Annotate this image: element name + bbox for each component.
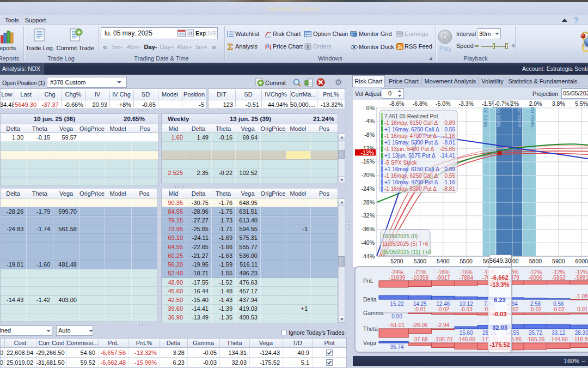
svg-text:7,461.05 Realized PnL: 7,461.05 Realized PnL [384,113,440,119]
svg-text:-16%: -16% [361,158,375,165]
svg-text:-118.89: -118.89 [573,336,588,342]
svg-text:-5881: -5881 [574,275,588,281]
svg-text:35.72: 35.72 [529,330,542,336]
svg-text:5.5%: 5.5% [575,100,588,107]
svg-text:-2.94: -2.94 [437,322,449,328]
svg-text:5300: 5300 [414,258,427,264]
svg-text:-3.3%: -3.3% [458,100,473,107]
svg-text:28.30: 28.30 [575,330,588,336]
svg-text:5802.03: 5802.03 [529,107,535,127]
svg-text:-44%: -44% [361,253,375,260]
svg-text:-7884: -7884 [459,275,473,281]
svg-text:+1 16may. 4700 Put Δ: +1 16may. 4700 Put Δ [384,179,438,185]
svg-text:-1.16: -1.16 [443,133,455,139]
svg-text:-0.01: -0.01 [414,306,426,312]
svg-text:Theta: Theta [363,325,378,332]
svg-text:-1 16may. 4700 Put Δ: -1 16may. 4700 Put Δ [384,133,437,139]
svg-text:-6.8%: -6.8% [413,100,427,107]
svg-text:5900: 5900 [552,258,565,264]
svg-text:5500: 5500 [460,258,473,264]
svg-text:+1 13jun. 5175 Put Δ: +1 13jun. 5175 Put Δ [384,153,436,159]
svg-text:-0.03: -0.03 [460,306,473,312]
svg-text:+1 16may. 5300 Put Δ: +1 16may. 5300 Put Δ [384,140,438,146]
svg-text:16/05/2025 (0): 16/05/2025 (0) [382,233,418,239]
svg-text:-4%: -4% [364,118,375,124]
svg-text:-8%: -8% [364,131,375,138]
svg-text:0.55: 0.55 [445,173,456,179]
svg-text:Delta: Delta [363,296,377,303]
svg-text:-9017: -9017 [436,275,450,281]
svg-text:-1.08: -1.08 [575,293,588,299]
svg-text:-0.01: -0.01 [575,306,588,312]
svg-text:0.89: 0.89 [445,166,456,172]
svg-text:-1 13jun. 5400 Put Δ: -1 13jun. 5400 Put Δ [384,146,434,152]
svg-text:+1 16may. 6150 Call Δ: +1 16may. 6150 Call Δ [384,166,439,172]
svg-text:0%: 0% [366,105,375,111]
svg-text:PnL: PnL [363,277,373,284]
svg-text:-32%: -32% [361,212,375,219]
svg-text:-8.81: -8.81 [443,186,455,192]
svg-text:-165.36: -165.36 [526,336,544,342]
svg-text:-100.70: -100.70 [434,336,452,342]
svg-text:-28%: -28% [361,199,375,206]
svg-text:6000: 6000 [575,258,588,264]
svg-text:-26.06: -26.06 [412,322,428,328]
svg-text:-36%: -36% [361,226,375,232]
svg-text:-144.60: -144.60 [549,336,568,342]
svg-text:-20%: -20% [361,172,375,178]
svg-text:-40%: -40% [361,239,375,246]
svg-text:-6006: -6006 [529,275,543,281]
svg-text:35.74: 35.74 [390,344,403,350]
svg-text:0.55: 0.55 [445,126,456,132]
svg-text:5571.31: 5571.31 [482,107,488,127]
svg-text:Vega: Vega [363,340,376,346]
svg-text:33.12: 33.12 [552,330,565,336]
svg-text:-51.01: -51.01 [389,322,405,328]
svg-text:-5852: -5852 [552,275,566,281]
svg-text:3.8%: 3.8% [552,100,565,107]
svg-text:05/05/2025 (11) T+0: 05/05/2025 (11) T+0 [382,249,431,255]
svg-text:-24%: -24% [361,185,375,192]
svg-text:5400: 5400 [437,258,450,264]
svg-text:$: $ [307,44,309,50]
svg-text:-0.7%: -0.7% [494,100,509,107]
svg-text:-146.05: -146.05 [457,336,475,342]
svg-text:-10358: -10358 [412,275,429,281]
svg-text:5200: 5200 [390,258,403,264]
svg-text:-5.0%: -5.0% [436,100,450,107]
svg-text:5800: 5800 [529,258,542,264]
svg-text:-1.16: -1.16 [443,179,455,185]
svg-text:-13%: -13% [360,149,374,156]
svg-text:-0.02: -0.02 [437,306,449,312]
svg-text:-0.02: -0.02 [529,306,542,312]
svg-text:-11839: -11839 [389,275,406,281]
svg-text:-14.41: -14.41 [440,153,456,159]
svg-text:-1 16may. 6250 Call Δ: -1 16may. 6250 Call Δ [384,173,438,179]
svg-text:-37.68: -37.68 [412,336,428,342]
svg-text:0.89: 0.89 [445,120,456,126]
svg-text:5744.35: 5744.35 [516,107,522,127]
svg-text:-8.6%: -8.6% [389,100,404,107]
svg-text:5628.99: 5628.99 [495,107,501,127]
svg-text:-8.81: -8.81 [443,140,455,146]
svg-text:-0.02: -0.02 [552,306,565,312]
svg-text:15.22: 15.22 [390,301,403,307]
svg-text:15.60: 15.60 [460,330,473,336]
svg-text:-25.65: -25.65 [440,146,456,152]
svg-text:-1 16may. 5300 Put Δ: -1 16may. 5300 Put Δ [384,186,437,192]
svg-text:-1 16may. 6150 Call Δ: -1 16may. 6150 Call Δ [384,120,438,126]
svg-text:11/05/2025 (5) T+6: 11/05/2025 (5) T+6 [382,241,428,247]
svg-text:-5 SPX Stock: -5 SPX Stock [384,160,417,166]
svg-text:2.0%: 2.0% [529,100,542,107]
svg-text:0.00: 0.00 [391,313,402,319]
svg-text:+1 16may. 6250 Call Δ: +1 16may. 6250 Call Δ [384,126,439,132]
